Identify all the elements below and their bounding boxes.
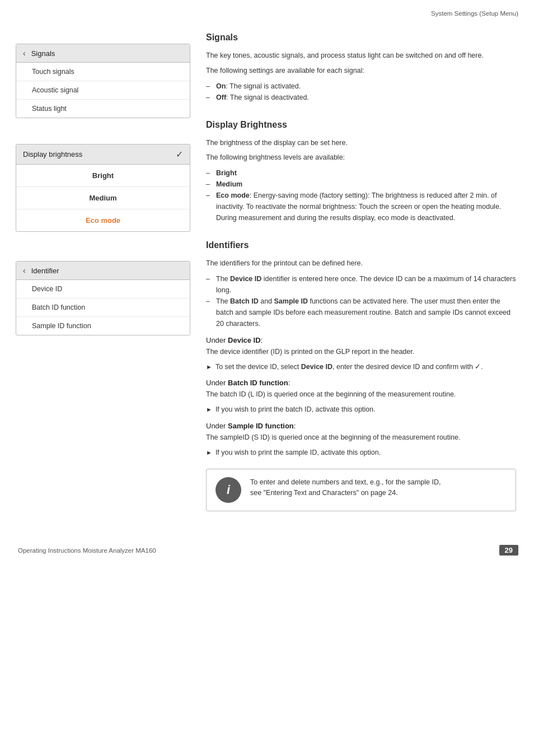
info-text-line2: see "Entering Text and Characters" on pa… [250,489,398,497]
identifiers-list-item-batch-sample: The Batch ID and Sample ID functions can… [206,296,516,329]
brightness-list-item-eco: Eco mode: Energy-saving mode (factory se… [206,190,516,223]
brightness-section: Display Brightness The brightness of the… [206,120,516,224]
signals-list: On: The signal is activated. Off: The si… [206,81,516,103]
sample-id-bullet-text: If you wish to print the sample ID, acti… [216,447,381,458]
brightness-option-eco[interactable]: Eco mode [16,209,190,231]
page-header: System Settings (Setup Menu) [0,0,534,21]
device-id-select-bold: Device ID [301,363,332,371]
brightness-eco-text: : Energy-saving mode (factory setting): … [216,192,501,222]
batch-id-bullet: ► If you wish to print the batch ID, act… [206,404,516,415]
brightness-panel-header: Display brightness ✓ [16,144,190,165]
brightness-list-item-medium: Medium [206,179,516,190]
sample-id-triangle: ► [206,448,212,458]
identifier-panel-header[interactable]: ‹ Identifier [16,262,190,280]
device-id-bold: Device ID [228,336,261,344]
page-layout: ‹ Signals Touch signals Acoustic signal … [0,21,534,528]
brightness-bright-prefix: Bright [216,169,237,177]
signals-section: Signals The key tones, acoustic signals,… [206,32,516,103]
brightness-intro: The brightness of the display can be set… [206,138,516,148]
brightness-option-medium[interactable]: Medium [16,187,190,209]
device-id-triangle: ► [206,362,212,372]
batch-id-line1: The batch ID (L ID) is queried once at t… [206,389,516,400]
brightness-option-bright[interactable]: Bright [16,165,190,187]
identifiers-list-item-device: The Device ID identifier is entered here… [206,273,516,296]
sample-id-bullet: ► If you wish to print the sample ID, ac… [206,447,516,458]
signals-panel: ‹ Signals Touch signals Acoustic signal … [16,44,190,118]
batch-id-bold: Batch ID function [228,379,288,387]
signals-sub-intro: The following settings are available for… [206,66,516,76]
info-box-text: To enter and delete numbers and text, e.… [250,477,441,498]
batch-id-sub-title: Under Batch ID function: [206,379,516,387]
identifiers-sample-bold: Sample ID [274,297,308,305]
brightness-list-item-bright: Bright [206,167,516,179]
signals-list-item-on: On: The signal is activated. [206,81,516,92]
footer-text: Operating Instructions Moisture Analyzer… [18,547,156,554]
identifiers-batch-bold: Batch ID [230,297,259,305]
signals-item-status[interactable]: Status light [16,100,190,118]
brightness-panel-label: Display brightness [23,150,82,158]
footer-page-number: 29 [499,545,518,556]
identifiers-device-bold: Device ID [230,275,261,283]
signals-item-touch[interactable]: Touch signals [16,63,190,81]
header-title: System Settings (Setup Menu) [431,10,518,17]
brightness-section-title: Display Brightness [206,120,516,132]
batch-id-bullet-text: If you wish to print the batch ID, activ… [216,404,376,415]
signals-intro: The key tones, acoustic signals, and pro… [206,50,516,61]
signals-item-acoustic[interactable]: Acoustic signal [16,81,190,100]
right-column: Signals The key tones, acoustic signals,… [190,32,534,528]
sample-id-bold: Sample ID function [228,422,294,430]
brightness-list: Bright Medium Eco mode: Energy-saving mo… [206,167,516,223]
brightness-eco-prefix: Eco mode [216,192,250,199]
identifier-item-batch[interactable]: Batch ID function [16,298,190,317]
info-icon: i [227,483,230,497]
signals-panel-header[interactable]: ‹ Signals [16,44,190,63]
brightness-checkmark: ✓ [176,149,183,160]
device-id-bullet: ► To set the device ID, select Device ID… [206,362,516,372]
signals-off-text: : The signal is deactivated. [226,94,309,101]
brightness-medium-prefix: Medium [216,180,242,188]
brightness-sub-intro: The following brightness levels are avai… [206,152,516,163]
batch-id-triangle: ► [206,405,212,414]
info-icon-wrap: i [216,477,241,503]
identifiers-list: The Device ID identifier is entered here… [206,273,516,329]
brightness-panel: Display brightness ✓ Bright Medium Eco m… [16,144,190,232]
info-box: i To enter and delete numbers and text, … [206,469,516,511]
device-id-line1: The device identifier (ID) is printed on… [206,347,516,357]
identifiers-intro: The identifiers for the printout can be … [206,258,516,269]
info-text-line1: To enter and delete numbers and text, e.… [250,478,441,486]
page-footer: Operating Instructions Moisture Analyzer… [0,534,534,563]
identifier-back-arrow[interactable]: ‹ [23,266,26,275]
signals-off-prefix: Off [216,94,226,101]
identifier-item-sample[interactable]: Sample ID function [16,317,190,335]
identifiers-section: Identifiers The identifiers for the prin… [206,240,516,511]
signals-section-title: Signals [206,32,516,45]
device-id-sub-title: Under Device ID: [206,336,516,344]
identifier-panel: ‹ Identifier Device ID Batch ID function… [16,261,190,335]
sample-id-sub-title: Under Sample ID function: [206,422,516,430]
signals-back-arrow[interactable]: ‹ [23,49,26,58]
signals-panel-label: Signals [31,49,55,58]
left-column: ‹ Signals Touch signals Acoustic signal … [0,32,190,528]
device-id-bullet-text: To set the device ID, select Device ID, … [216,362,483,372]
signals-on-text: : The signal is activated. [226,82,301,90]
identifier-panel-label: Identifier [31,267,59,275]
signals-list-item-off: Off: The signal is deactivated. [206,92,516,103]
signals-on-prefix: On [216,82,226,90]
identifiers-section-title: Identifiers [206,240,516,253]
sample-id-line1: The sampleID (S ID) is queried once at t… [206,432,516,443]
identifier-item-device[interactable]: Device ID [16,280,190,298]
